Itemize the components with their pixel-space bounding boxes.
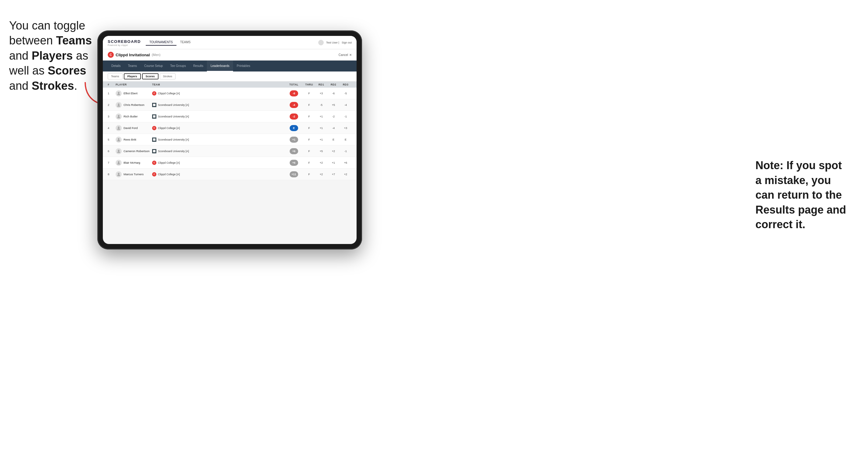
table-row: 8 Marcus Turners C Clippd College [A] +1…	[103, 168, 356, 180]
score-thru: F	[303, 150, 315, 153]
score-rd3: +3	[340, 127, 352, 130]
toggle-strokes-button[interactable]: Strokes	[160, 73, 176, 80]
player-cell: Elliot Ebert	[116, 90, 152, 96]
team-name: Scoreboard University [A]	[158, 103, 189, 106]
svg-point-6	[118, 150, 120, 152]
team-cell: C Clippd College [A]	[152, 172, 285, 177]
player-name: Rich Butler	[124, 115, 137, 118]
row-position: 7	[108, 161, 116, 164]
table-row: 4 David Ford C Clippd College [A] E F +1…	[103, 122, 356, 134]
toggle-scores-button[interactable]: Scores	[142, 73, 158, 80]
team-logo-scoreboard	[152, 149, 156, 153]
tablet-frame: SCOREBOARD Powered by clippd TOURNAMENTS…	[97, 30, 362, 249]
score-thru: F	[303, 161, 315, 164]
score-total: +6	[290, 148, 298, 154]
table-row: 2 Chris Robertson Scoreboard University …	[103, 99, 356, 111]
tab-teams[interactable]: Teams	[124, 61, 141, 71]
score-rd1: +2	[315, 173, 328, 176]
team-cell: C Clippd College [A]	[152, 126, 285, 130]
nav-tournaments[interactable]: TOURNAMENTS	[146, 39, 177, 45]
svg-point-8	[118, 173, 120, 175]
score-rd2: E	[328, 138, 340, 141]
score-thru: F	[303, 138, 315, 141]
tournament-logo: C	[108, 52, 114, 58]
score-thru: F	[303, 92, 315, 95]
row-position: 6	[108, 149, 116, 153]
score-total: +6	[290, 160, 298, 166]
score-rd3: -4	[340, 103, 352, 106]
score-rd1: -5	[315, 103, 328, 106]
team-name: Scoreboard University [A]	[158, 138, 189, 141]
score-thru: F	[303, 173, 315, 176]
score-rd2: -2	[328, 115, 340, 118]
score-total: -8	[290, 90, 298, 96]
tournament-title-area: C Clippd Invitational (Men)	[108, 52, 160, 58]
player-name: Rees Britt	[124, 138, 136, 141]
tab-tee-groups[interactable]: Tee Groups	[166, 61, 190, 71]
svg-point-7	[118, 161, 120, 163]
player-cell: Chris Robertson	[116, 102, 152, 108]
score-rd1: +3	[315, 92, 328, 95]
team-cell: C Clippd College [A]	[152, 161, 285, 165]
table-row: 3 Rich Butler Scoreboard University [A] …	[103, 111, 356, 122]
tab-printables[interactable]: Printables	[233, 61, 254, 71]
player-cell: Marcus Turners	[116, 171, 152, 177]
score-total: -4	[290, 102, 298, 108]
row-position: 8	[108, 173, 116, 176]
player-name: Chris Robertson	[124, 103, 145, 106]
sub-toggle-bar: Teams Players Scores Strokes	[103, 71, 356, 82]
score-rd3: -1	[340, 150, 352, 153]
team-logo-scoreboard	[152, 103, 156, 107]
svg-point-2	[118, 103, 120, 105]
user-avatar	[318, 40, 324, 45]
team-name: Clippd College [A]	[158, 161, 180, 164]
score-rd2: -4	[328, 127, 340, 130]
tab-course-setup[interactable]: Course Setup	[141, 61, 166, 71]
tournament-name: Clippd Invitational	[116, 53, 150, 57]
player-avatar	[116, 114, 122, 120]
table-row: 7 Blair McHarg C Clippd College [A] +6 F…	[103, 157, 356, 168]
tab-details[interactable]: Details	[108, 61, 124, 71]
user-label: Test User |	[326, 41, 339, 44]
table-row: 6 Cameron Robertson Scoreboard Universit…	[103, 146, 356, 157]
score-rd2: +2	[328, 150, 340, 153]
player-cell: Blair McHarg	[116, 160, 152, 166]
score-total: +1	[290, 136, 298, 143]
team-logo-scoreboard	[152, 137, 156, 142]
team-name: Clippd College [A]	[158, 173, 180, 176]
player-cell: Rich Butler	[116, 114, 152, 120]
team-cell: Scoreboard University [A]	[152, 149, 285, 153]
score-total: E	[290, 125, 298, 131]
nav-teams[interactable]: TEAMS	[177, 39, 194, 45]
col-team: TEAM	[152, 83, 285, 86]
score-total: -2	[290, 114, 298, 120]
table-row: 1 Elliot Ebert C Clippd College [A] -8 F…	[103, 88, 356, 99]
player-avatar	[116, 148, 122, 154]
player-avatar	[116, 171, 122, 177]
tab-leaderboards[interactable]: Leaderboards	[207, 61, 233, 71]
tournament-header: C Clippd Invitational (Men) Cancel ✕	[103, 49, 356, 61]
team-name: Clippd College [A]	[158, 127, 180, 130]
svg-point-4	[118, 127, 120, 128]
app-header: SCOREBOARD Powered by clippd TOURNAMENTS…	[103, 36, 356, 49]
tab-results[interactable]: Results	[190, 61, 207, 71]
svg-point-3	[118, 115, 120, 117]
team-cell: Scoreboard University [A]	[152, 137, 285, 142]
row-position: 5	[108, 138, 116, 141]
table-body: 1 Elliot Ebert C Clippd College [A] -8 F…	[103, 88, 356, 180]
score-rd1: +2	[315, 161, 328, 164]
toggle-players-button[interactable]: Players	[124, 73, 141, 80]
header-right: Test User | Sign out	[318, 40, 352, 45]
score-thru: F	[303, 115, 315, 118]
sign-out-link[interactable]: Sign out	[342, 41, 352, 44]
logo: SCOREBOARD Powered by clippd	[108, 39, 141, 46]
cancel-button[interactable]: Cancel ✕	[339, 53, 352, 57]
row-position: 4	[108, 126, 116, 130]
toggle-teams-button[interactable]: Teams	[108, 73, 123, 80]
col-rd2: RD2	[328, 83, 340, 86]
player-avatar	[116, 102, 122, 108]
score-thru: F	[303, 103, 315, 106]
svg-point-5	[118, 138, 120, 140]
player-cell: Cameron Robertson	[116, 148, 152, 154]
score-rd3: E	[340, 138, 352, 141]
